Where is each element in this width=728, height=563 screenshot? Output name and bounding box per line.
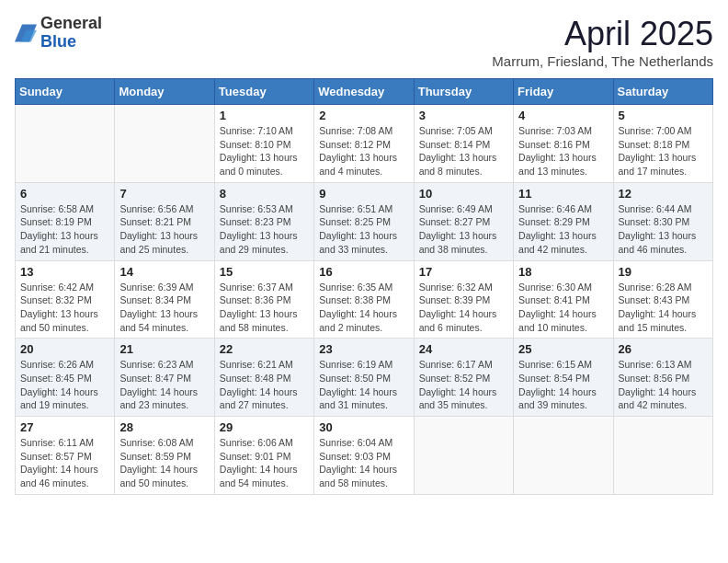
day-info: Sunrise: 6:26 AMSunset: 8:45 PMDaylight:… — [20, 358, 109, 412]
calendar-cell: 9Sunrise: 6:51 AMSunset: 8:25 PMDaylight… — [314, 182, 414, 260]
day-info: Sunrise: 6:32 AMSunset: 8:39 PMDaylight:… — [419, 281, 508, 335]
calendar-cell: 11Sunrise: 6:46 AMSunset: 8:29 PMDayligh… — [514, 182, 613, 260]
day-number: 30 — [319, 420, 408, 434]
day-info: Sunrise: 6:28 AMSunset: 8:43 PMDaylight:… — [619, 281, 708, 335]
day-number: 7 — [119, 187, 209, 201]
calendar-cell: 10Sunrise: 6:49 AMSunset: 8:27 PMDayligh… — [414, 182, 513, 260]
logo-general-text: General — [40, 15, 102, 33]
title-block: April 2025 Marrum, Friesland, The Nether… — [492, 15, 713, 69]
day-info: Sunrise: 6:06 AMSunset: 9:01 PMDaylight:… — [220, 436, 309, 490]
day-info: Sunrise: 6:08 AMSunset: 8:59 PMDaylight:… — [119, 436, 209, 490]
day-number: 6 — [20, 187, 109, 201]
day-info: Sunrise: 6:15 AMSunset: 8:54 PMDaylight:… — [518, 358, 608, 412]
calendar-cell: 5Sunrise: 7:00 AMSunset: 8:18 PMDaylight… — [613, 105, 712, 183]
calendar-cell: 18Sunrise: 6:30 AMSunset: 8:41 PMDayligh… — [514, 260, 613, 339]
calendar-cell: 26Sunrise: 6:13 AMSunset: 8:56 PMDayligh… — [613, 339, 712, 417]
calendar-cell: 13Sunrise: 6:42 AMSunset: 8:32 PMDayligh… — [16, 260, 115, 339]
calendar-cell: 24Sunrise: 6:17 AMSunset: 8:52 PMDayligh… — [414, 339, 513, 417]
day-number: 22 — [220, 342, 309, 356]
day-number: 21 — [119, 342, 209, 356]
calendar-cell: 28Sunrise: 6:08 AMSunset: 8:59 PMDayligh… — [115, 417, 214, 495]
calendar-week-row: 6Sunrise: 6:58 AMSunset: 8:19 PMDaylight… — [16, 182, 713, 260]
weekday-header-sunday: Sunday — [16, 79, 115, 105]
day-info: Sunrise: 6:23 AMSunset: 8:47 PMDaylight:… — [119, 358, 209, 412]
day-info: Sunrise: 6:42 AMSunset: 8:32 PMDaylight:… — [20, 281, 109, 335]
calendar-cell — [16, 105, 115, 183]
calendar-cell — [414, 417, 513, 495]
day-number: 13 — [20, 265, 109, 279]
calendar-cell: 15Sunrise: 6:37 AMSunset: 8:36 PMDayligh… — [214, 260, 313, 339]
day-number: 8 — [220, 187, 309, 201]
calendar-cell: 25Sunrise: 6:15 AMSunset: 8:54 PMDayligh… — [514, 339, 613, 417]
day-info: Sunrise: 6:04 AMSunset: 9:03 PMDaylight:… — [319, 436, 408, 490]
day-info: Sunrise: 6:56 AMSunset: 8:21 PMDaylight:… — [119, 202, 209, 257]
day-info: Sunrise: 6:49 AMSunset: 8:27 PMDaylight:… — [419, 202, 508, 257]
day-info: Sunrise: 6:13 AMSunset: 8:56 PMDaylight:… — [619, 358, 708, 412]
calendar-week-row: 1Sunrise: 7:10 AMSunset: 8:10 PMDaylight… — [16, 105, 713, 183]
day-number: 29 — [220, 420, 309, 434]
calendar-cell: 3Sunrise: 7:05 AMSunset: 8:14 PMDaylight… — [414, 105, 513, 183]
weekday-header-saturday: Saturday — [613, 79, 712, 105]
day-info: Sunrise: 6:46 AMSunset: 8:29 PMDaylight:… — [518, 202, 608, 257]
day-number: 20 — [20, 342, 109, 356]
day-number: 25 — [518, 342, 608, 356]
day-number: 27 — [20, 420, 109, 434]
calendar-cell: 16Sunrise: 6:35 AMSunset: 8:38 PMDayligh… — [314, 260, 414, 339]
day-info: Sunrise: 6:30 AMSunset: 8:41 PMDaylight:… — [518, 281, 608, 335]
calendar-week-row: 13Sunrise: 6:42 AMSunset: 8:32 PMDayligh… — [16, 260, 713, 339]
calendar-cell: 6Sunrise: 6:58 AMSunset: 8:19 PMDaylight… — [16, 182, 115, 260]
day-number: 4 — [518, 109, 608, 122]
calendar-week-row: 20Sunrise: 6:26 AMSunset: 8:45 PMDayligh… — [16, 339, 713, 417]
day-info: Sunrise: 6:37 AMSunset: 8:36 PMDaylight:… — [220, 281, 309, 335]
calendar-cell: 7Sunrise: 6:56 AMSunset: 8:21 PMDaylight… — [115, 182, 214, 260]
day-number: 12 — [619, 187, 708, 201]
calendar-cell — [514, 417, 613, 495]
logo-text: General Blue — [40, 15, 102, 52]
calendar-cell — [115, 105, 214, 183]
calendar-cell: 23Sunrise: 6:19 AMSunset: 8:50 PMDayligh… — [314, 339, 414, 417]
day-number: 26 — [619, 342, 708, 356]
calendar-table: SundayMondayTuesdayWednesdayThursdayFrid… — [15, 78, 713, 495]
weekday-header-tuesday: Tuesday — [214, 79, 313, 105]
logo-blue-text: Blue — [40, 33, 102, 52]
day-number: 18 — [518, 265, 608, 279]
calendar-cell: 14Sunrise: 6:39 AMSunset: 8:34 PMDayligh… — [115, 260, 214, 339]
calendar-cell: 2Sunrise: 7:08 AMSunset: 8:12 PMDaylight… — [314, 105, 414, 183]
day-number: 19 — [619, 265, 708, 279]
calendar-cell: 4Sunrise: 7:03 AMSunset: 8:16 PMDaylight… — [514, 105, 613, 183]
day-info: Sunrise: 7:05 AMSunset: 8:14 PMDaylight:… — [419, 124, 508, 178]
day-number: 9 — [319, 187, 408, 201]
day-number: 10 — [419, 187, 508, 201]
day-info: Sunrise: 6:19 AMSunset: 8:50 PMDaylight:… — [319, 358, 408, 412]
logo: General Blue — [15, 15, 102, 52]
calendar-cell: 21Sunrise: 6:23 AMSunset: 8:47 PMDayligh… — [115, 339, 214, 417]
day-number: 11 — [518, 187, 608, 201]
day-number: 28 — [119, 420, 209, 434]
day-info: Sunrise: 6:11 AMSunset: 8:57 PMDaylight:… — [20, 436, 109, 490]
day-info: Sunrise: 7:03 AMSunset: 8:16 PMDaylight:… — [518, 124, 608, 178]
calendar-cell: 12Sunrise: 6:44 AMSunset: 8:30 PMDayligh… — [613, 182, 712, 260]
day-info: Sunrise: 6:17 AMSunset: 8:52 PMDaylight:… — [419, 358, 508, 412]
day-info: Sunrise: 6:51 AMSunset: 8:25 PMDaylight:… — [319, 202, 408, 257]
day-number: 17 — [419, 265, 508, 279]
day-number: 23 — [319, 342, 408, 356]
day-number: 24 — [419, 342, 508, 356]
logo-icon — [15, 24, 37, 42]
calendar-cell — [613, 417, 712, 495]
location-title: Marrum, Friesland, The Netherlands — [492, 53, 713, 69]
weekday-header-thursday: Thursday — [414, 79, 513, 105]
calendar-cell: 22Sunrise: 6:21 AMSunset: 8:48 PMDayligh… — [214, 339, 313, 417]
weekday-header-friday: Friday — [514, 79, 613, 105]
day-number: 14 — [119, 265, 209, 279]
calendar-cell: 19Sunrise: 6:28 AMSunset: 8:43 PMDayligh… — [613, 260, 712, 339]
day-info: Sunrise: 6:35 AMSunset: 8:38 PMDaylight:… — [319, 281, 408, 335]
day-number: 16 — [319, 265, 408, 279]
weekday-header-row: SundayMondayTuesdayWednesdayThursdayFrid… — [16, 79, 713, 105]
calendar-cell: 20Sunrise: 6:26 AMSunset: 8:45 PMDayligh… — [16, 339, 115, 417]
calendar-cell: 30Sunrise: 6:04 AMSunset: 9:03 PMDayligh… — [314, 417, 414, 495]
day-info: Sunrise: 6:39 AMSunset: 8:34 PMDaylight:… — [119, 281, 209, 335]
weekday-header-wednesday: Wednesday — [314, 79, 414, 105]
calendar-cell: 29Sunrise: 6:06 AMSunset: 9:01 PMDayligh… — [214, 417, 313, 495]
day-info: Sunrise: 7:10 AMSunset: 8:10 PMDaylight:… — [220, 124, 309, 178]
calendar-cell: 17Sunrise: 6:32 AMSunset: 8:39 PMDayligh… — [414, 260, 513, 339]
